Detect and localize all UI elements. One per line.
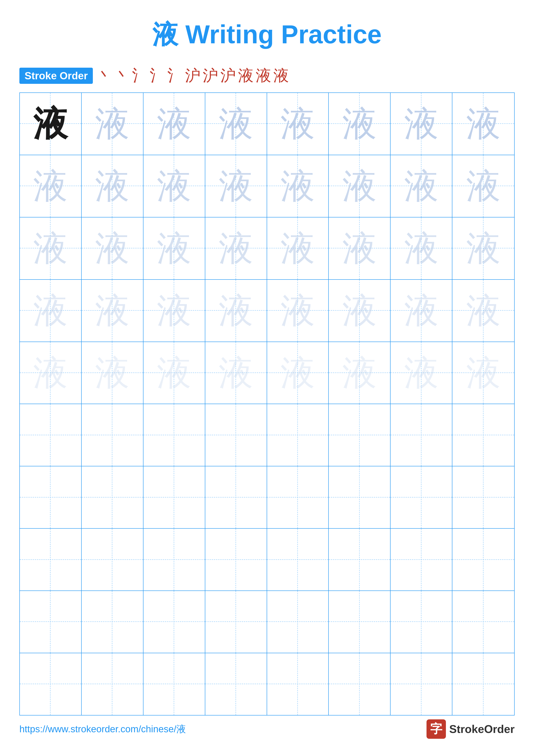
- grid-cell[interactable]: [329, 528, 391, 590]
- grid-cell[interactable]: [20, 404, 82, 466]
- grid-cell[interactable]: 液: [205, 217, 267, 279]
- grid-cell[interactable]: 液: [391, 217, 452, 279]
- grid-cell[interactable]: 液: [452, 93, 514, 155]
- grid-cell[interactable]: [82, 404, 143, 466]
- grid-cell[interactable]: [391, 653, 452, 715]
- grid-cell[interactable]: 液: [452, 217, 514, 279]
- grid-cell[interactable]: [20, 528, 82, 590]
- grid-cell[interactable]: [267, 528, 329, 590]
- grid-cell[interactable]: 液: [20, 155, 82, 217]
- grid-cell[interactable]: [391, 528, 452, 590]
- grid-cell[interactable]: [452, 528, 514, 590]
- grid-cell[interactable]: 液: [329, 93, 391, 155]
- grid-cell[interactable]: 液: [205, 155, 267, 217]
- grid-cell[interactable]: [329, 466, 391, 528]
- grid-cell[interactable]: 液: [82, 280, 143, 341]
- grid-cell[interactable]: 液: [82, 342, 143, 404]
- grid-cell[interactable]: [20, 466, 82, 528]
- footer-url[interactable]: https://www.strokeorder.com/chinese/液: [19, 723, 186, 736]
- grid-cell[interactable]: 液: [143, 342, 205, 404]
- grid-cell[interactable]: 液: [267, 280, 329, 341]
- grid-cell[interactable]: [82, 466, 143, 528]
- grid-cell[interactable]: 液: [391, 93, 452, 155]
- grid-cell[interactable]: 液: [143, 280, 205, 341]
- grid-cell[interactable]: [391, 591, 452, 653]
- grid-cell[interactable]: 液: [329, 280, 391, 341]
- grid-row: [20, 528, 514, 591]
- grid-cell[interactable]: 液: [205, 280, 267, 341]
- grid-cell[interactable]: [267, 404, 329, 466]
- grid-cell[interactable]: 液: [20, 93, 82, 155]
- grid-cell[interactable]: [452, 653, 514, 715]
- grid-cell[interactable]: [82, 653, 143, 715]
- grid-cell[interactable]: 液: [452, 155, 514, 217]
- grid-cell[interactable]: [452, 404, 514, 466]
- grid-cell[interactable]: 液: [267, 342, 329, 404]
- grid-cell[interactable]: 液: [329, 342, 391, 404]
- grid-row: [20, 466, 514, 528]
- grid-cell[interactable]: 液: [452, 280, 514, 341]
- grid-row: 液 液 液 液 液 液 液 液: [20, 217, 514, 280]
- grid-cell[interactable]: [82, 591, 143, 653]
- stroke-order-row: Stroke Order 丶 丶 氵 氵 氵 沪 沪 沪 液 液 液: [0, 65, 534, 86]
- grid-cell[interactable]: [267, 591, 329, 653]
- footer: https://www.strokeorder.com/chinese/液 字 …: [0, 719, 534, 739]
- grid-cell[interactable]: 液: [391, 342, 452, 404]
- grid-cell[interactable]: 液: [143, 93, 205, 155]
- grid-cell[interactable]: [205, 591, 267, 653]
- grid-cell[interactable]: [205, 404, 267, 466]
- grid-row: [20, 591, 514, 653]
- grid-cell[interactable]: [329, 591, 391, 653]
- grid-row: 液 液 液 液 液 液 液 液: [20, 155, 514, 217]
- grid-cell[interactable]: [143, 404, 205, 466]
- practice-grid: 液 液 液 液 液 液 液 液 液 液 液 液 液 液 液 液 液 液 液 液 …: [19, 93, 515, 716]
- grid-row: 液 液 液 液 液 液 液 液: [20, 93, 514, 155]
- grid-cell[interactable]: 液: [205, 342, 267, 404]
- grid-cell[interactable]: [452, 466, 514, 528]
- grid-cell[interactable]: 液: [205, 93, 267, 155]
- grid-cell[interactable]: 液: [267, 93, 329, 155]
- grid-cell[interactable]: 液: [267, 155, 329, 217]
- page-title: 液 Writing Practice: [0, 0, 534, 65]
- stroke-order-badge: Stroke Order: [19, 68, 93, 84]
- grid-cell[interactable]: 液: [82, 93, 143, 155]
- grid-cell[interactable]: [205, 466, 267, 528]
- grid-cell[interactable]: 液: [20, 280, 82, 341]
- grid-cell[interactable]: 液: [82, 217, 143, 279]
- stroke-order-chars: 丶 丶 氵 氵 氵 沪 沪 沪 液 液 液: [97, 65, 289, 86]
- grid-cell[interactable]: 液: [329, 155, 391, 217]
- footer-logo-text: StrokeOrder: [449, 723, 515, 736]
- grid-cell[interactable]: [143, 528, 205, 590]
- grid-row: [20, 404, 514, 466]
- grid-cell[interactable]: [391, 404, 452, 466]
- grid-cell[interactable]: [20, 653, 82, 715]
- grid-cell[interactable]: 液: [20, 217, 82, 279]
- grid-cell[interactable]: [143, 591, 205, 653]
- grid-cell[interactable]: [267, 653, 329, 715]
- grid-cell[interactable]: 液: [82, 155, 143, 217]
- footer-logo-icon: 字: [426, 719, 446, 739]
- grid-row: [20, 653, 514, 715]
- grid-cell[interactable]: [391, 466, 452, 528]
- grid-cell[interactable]: [143, 653, 205, 715]
- grid-cell[interactable]: [205, 528, 267, 590]
- grid-cell[interactable]: 液: [391, 155, 452, 217]
- grid-cell[interactable]: 液: [143, 217, 205, 279]
- grid-cell[interactable]: [20, 591, 82, 653]
- grid-cell[interactable]: 液: [391, 280, 452, 341]
- grid-cell[interactable]: [452, 591, 514, 653]
- grid-cell[interactable]: 液: [20, 342, 82, 404]
- grid-row: 液 液 液 液 液 液 液 液: [20, 280, 514, 342]
- grid-cell[interactable]: [329, 653, 391, 715]
- grid-cell[interactable]: [82, 528, 143, 590]
- grid-cell[interactable]: [267, 466, 329, 528]
- grid-cell[interactable]: [205, 653, 267, 715]
- grid-cell[interactable]: [143, 466, 205, 528]
- grid-row: 液 液 液 液 液 液 液 液: [20, 342, 514, 404]
- footer-logo: 字 StrokeOrder: [426, 719, 515, 739]
- grid-cell[interactable]: 液: [452, 342, 514, 404]
- grid-cell[interactable]: 液: [267, 217, 329, 279]
- grid-cell[interactable]: 液: [143, 155, 205, 217]
- grid-cell[interactable]: 液: [329, 217, 391, 279]
- grid-cell[interactable]: [329, 404, 391, 466]
